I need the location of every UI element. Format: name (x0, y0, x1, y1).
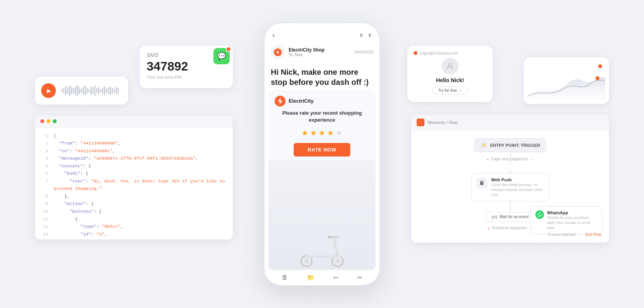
wave-bar (90, 86, 92, 95)
hello-email-label: Login@Company.com (420, 51, 458, 55)
wave-bar (94, 85, 95, 96)
reply-icon[interactable]: ↩ (333, 274, 338, 281)
back-chevron-icon[interactable]: ‹ (272, 31, 275, 39)
email-header: ElectriCity Shop To: Nick 18/04/2020 (265, 42, 379, 63)
phone-status-bar (265, 23, 379, 29)
wave-bar (118, 88, 119, 93)
exit-label: Exit Flow (585, 232, 601, 237)
code-line: 7 "text": "Hi, Nick. Yes, it does! Type … (41, 177, 227, 193)
arrow-right-icon: → (578, 232, 582, 237)
compose-icon[interactable]: ✏ (357, 274, 362, 281)
star-4[interactable]: ★ (327, 128, 334, 138)
arrow-icon: → (530, 157, 534, 161)
arrow-icon: → (529, 226, 533, 230)
wave-bar (77, 85, 78, 96)
down-arrow-icon[interactable]: ∨ (368, 32, 372, 38)
wave-bar (88, 89, 90, 93)
web-push-node: 🖥 Web Push Cover the whole journey—in mi… (471, 173, 549, 202)
wave-bar (71, 87, 72, 95)
flow-entry-trigger: ⚡ ENTRY POINT: TRIGGER (474, 138, 546, 152)
code-line: 2 "from": "441134960000", (41, 139, 227, 147)
trash-icon[interactable]: 🗑 (282, 274, 288, 281)
star-3[interactable]: ★ (319, 128, 325, 138)
whatsapp-icon (535, 210, 544, 219)
user-avatar (441, 58, 459, 75)
wave-bar (87, 88, 88, 94)
wait-label: Wait for an event (499, 215, 528, 219)
code-line: 8 }, (41, 193, 227, 200)
promo-logo-icon (275, 96, 286, 107)
code-line: 3 "to": "441134960001", (41, 147, 227, 155)
flow-page-view: + Page view happened → (486, 157, 534, 162)
minimize-dot (47, 119, 50, 123)
wave-bar (112, 88, 113, 94)
folder-icon[interactable]: 📁 (307, 274, 315, 281)
up-arrow-icon[interactable]: ∧ (359, 32, 363, 38)
wave-bar (116, 87, 117, 95)
code-line: 13 "id": "1", (41, 231, 227, 238)
hello-greeting: Hello Nick! (436, 77, 464, 83)
wave-bar (106, 88, 107, 93)
code-line: 1 { (41, 132, 227, 140)
star-1[interactable]: ★ (301, 128, 308, 138)
none-matched-label: If none matched (548, 232, 576, 237)
audio-card: ▶ (35, 77, 128, 105)
code-line: 6 "body": { (41, 170, 227, 177)
code-line: 14 "title": "YES" (41, 238, 227, 239)
wave-bar (100, 89, 101, 92)
phone-bottom-bar: 🗑 📁 ↩ ✏ (265, 270, 379, 285)
plus-icon: + (487, 226, 490, 231)
area-chart (528, 61, 605, 100)
whatsapp-logo-icon (537, 212, 542, 217)
close-dot (40, 119, 44, 123)
hello-card: Login@Company.com Hello Nick! Try for fr… (407, 46, 493, 102)
wave-bar (85, 86, 86, 96)
code-panel: 1 { 2 "from": "441134960000", 3 "to": "4… (35, 115, 233, 239)
flow-panel: Moments / Flow ⚡ ENTRY POINT: TRIGGER + … (411, 115, 609, 243)
entry-icon: ⚡ (480, 142, 487, 149)
wave-bar (96, 88, 97, 93)
status-dot (414, 51, 417, 55)
whatsapp-node: WhatsApp Thanks for your purchase, Nick!… (530, 206, 602, 235)
wave-bar (114, 89, 115, 93)
phone-nav: ‹ ∧ ∨ (265, 29, 379, 42)
wait-icon: (×) (492, 215, 497, 219)
flow-content: ⚡ ENTRY POINT: TRIGGER + Page view happe… (411, 131, 609, 243)
promo-card: ElectriCity Please rate your recent shop… (268, 90, 376, 270)
code-line: 10 "buttons": [ (41, 208, 227, 215)
plus-icon: + (486, 157, 489, 162)
chart-dot (598, 64, 602, 68)
whatsapp-text: WhatsApp Thanks for your purchase, Nick!… (547, 210, 597, 231)
flow-logo-icon (417, 119, 424, 126)
wait-node: (×) Wait for an event (486, 212, 535, 222)
sender-logo (271, 45, 285, 59)
code-content: 1 { 2 "from": "441134960000", 3 "to": "4… (35, 127, 233, 239)
try-free-button[interactable]: Try for free → (432, 86, 467, 95)
svg-point-13 (596, 76, 599, 80)
wave-bar (69, 85, 70, 96)
email-body: Hi Nick, make one more stop before you d… (265, 63, 379, 270)
wave-bar (75, 86, 76, 95)
wave-bar (81, 88, 82, 93)
email-sender-info: ElectriCity Shop To: Nick (289, 47, 350, 57)
web-push-label: Web Push (491, 177, 544, 182)
svg-point-12 (448, 64, 452, 67)
scooter-illustration (295, 229, 349, 268)
svg-point-5 (304, 259, 309, 263)
wave-bar (102, 88, 103, 94)
svg-line-9 (334, 237, 338, 255)
star-5[interactable]: ★ (336, 128, 343, 138)
star-rating: ★ ★ ★ ★ ★ (268, 127, 376, 141)
waveform (61, 85, 122, 96)
electricity-logo-icon (274, 48, 282, 57)
play-button[interactable]: ▶ (41, 83, 56, 98)
promo-logo-text: ElectriCity (289, 98, 313, 104)
promo-rate-text: Please rate your recent shopping experie… (268, 110, 376, 127)
rate-button-wrap: RATE NOW (268, 141, 376, 160)
wave-bar (73, 88, 74, 93)
rate-now-button[interactable]: RATE NOW (294, 143, 350, 157)
star-2[interactable]: ★ (310, 128, 317, 138)
promo-logo-area: ElectriCity (268, 90, 376, 110)
web-push-text: Web Push Cover the whole journey—in minu… (491, 177, 544, 198)
wave-bar (65, 86, 66, 95)
